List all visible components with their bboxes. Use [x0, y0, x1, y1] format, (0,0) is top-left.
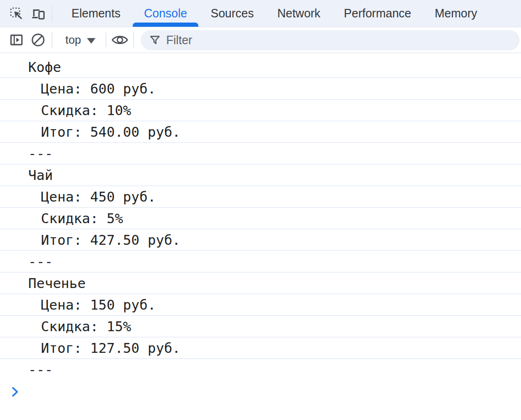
console-panel: Кофе Цена: 600 руб. Скидка: 10% Итог: 54… — [0, 53, 521, 420]
filter-field[interactable] — [141, 30, 520, 50]
toolbar-divider — [134, 32, 134, 48]
console-sidebar-toggle-button[interactable] — [6, 29, 27, 51]
tab-network[interactable]: Network — [266, 0, 332, 27]
toolbar-divider — [106, 32, 106, 48]
console-message: Скидка: 10% — [0, 100, 521, 121]
tabbar-tools — [0, 3, 49, 24]
console-prompt[interactable] — [0, 384, 521, 400]
eye-icon — [111, 33, 129, 47]
toggle-device-toolbar-button[interactable] — [27, 3, 49, 24]
console-message: Цена: 450 руб. — [0, 186, 521, 208]
toolbar-divider — [52, 5, 52, 22]
inspect-icon — [9, 7, 24, 21]
console-sidebar-icon — [9, 33, 24, 47]
console-messages: Кофе Цена: 600 руб. Скидка: 10% Итог: 54… — [0, 53, 521, 381]
console-message: --- — [0, 251, 521, 272]
console-message: Цена: 600 руб. — [0, 78, 521, 100]
tab-performance[interactable]: Performance — [332, 0, 423, 27]
tab-memory[interactable]: Memory — [423, 0, 489, 27]
tab-elements[interactable]: Elements — [60, 0, 132, 27]
chevron-right-icon — [11, 386, 19, 398]
tab-console[interactable]: Console — [132, 0, 199, 27]
console-message: Чай — [0, 164, 521, 186]
console-message: Скидка: 5% — [0, 208, 521, 229]
console-message: Кофе — [0, 56, 521, 78]
console-toolbar: top — [0, 27, 521, 53]
console-message: Цена: 150 руб. — [0, 294, 521, 316]
javascript-context-selector[interactable]: top — [55, 33, 103, 47]
context-selector-value: top — [65, 33, 81, 47]
device-toolbar-icon — [31, 7, 45, 21]
clear-console-icon — [31, 33, 45, 47]
chevron-down-icon — [87, 38, 95, 44]
filter-funnel-icon — [150, 35, 160, 45]
clear-console-button[interactable] — [27, 29, 49, 51]
panel-tabs: Elements Console Sources Network Perform… — [60, 0, 489, 27]
toolbar-divider — [52, 32, 52, 48]
console-message: --- — [0, 359, 521, 381]
tab-bar: Elements Console Sources Network Perform… — [0, 0, 521, 27]
console-message: Итог: 127.50 руб. — [0, 337, 521, 359]
devtools-window: Elements Console Sources Network Perform… — [0, 0, 521, 420]
console-message: Печенье — [0, 272, 521, 294]
console-message: Итог: 427.50 руб. — [0, 229, 521, 251]
console-message: Скидка: 15% — [0, 316, 521, 337]
tab-sources[interactable]: Sources — [199, 0, 266, 27]
console-message: --- — [0, 143, 521, 164]
filter-input[interactable] — [166, 33, 520, 47]
create-live-expression-button[interactable] — [109, 29, 131, 51]
console-message: Итог: 540.00 руб. — [0, 121, 521, 143]
inspect-element-button[interactable] — [6, 3, 27, 24]
